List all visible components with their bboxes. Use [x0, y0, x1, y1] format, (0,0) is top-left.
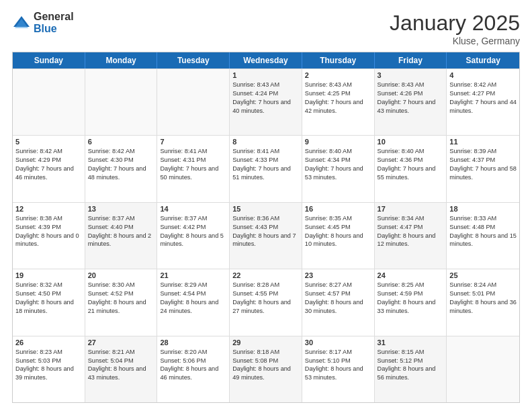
sunset-text: Sunset: 4:34 PM — [305, 156, 371, 165]
daylight-text: Daylight: 8 hours and 0 minutes. — [15, 232, 82, 249]
cal-cell-19: 19Sunrise: 8:32 AMSunset: 4:50 PMDayligh… — [13, 269, 85, 335]
daylight-text: Daylight: 8 hours and 46 minutes. — [160, 365, 226, 382]
sunrise-text: Sunrise: 8:42 AM — [449, 81, 517, 89]
day-number: 15 — [232, 205, 299, 213]
daylight-text: Daylight: 7 hours and 50 minutes. — [160, 165, 226, 182]
daylight-text: Daylight: 7 hours and 46 minutes. — [15, 165, 82, 182]
daylight-text: Daylight: 8 hours and 39 minutes. — [15, 365, 82, 382]
cal-cell-empty — [447, 336, 519, 402]
sunset-text: Sunset: 5:10 PM — [305, 357, 371, 365]
daylight-text: Daylight: 8 hours and 15 minutes. — [449, 232, 517, 249]
calendar-body: 1Sunrise: 8:43 AMSunset: 4:24 PMDaylight… — [13, 68, 519, 402]
sunrise-text: Sunrise: 8:17 AM — [305, 348, 371, 357]
day-number: 16 — [305, 205, 371, 213]
daylight-text: Daylight: 7 hours and 51 minutes. — [232, 165, 299, 182]
day-number: 31 — [378, 338, 444, 347]
cal-cell-22: 22Sunrise: 8:28 AMSunset: 4:55 PMDayligh… — [230, 269, 302, 335]
day-number: 12 — [15, 205, 82, 213]
daylight-text: Daylight: 8 hours and 5 minutes. — [160, 232, 226, 249]
day-number: 19 — [15, 271, 82, 279]
cal-cell-27: 27Sunrise: 8:21 AMSunset: 5:04 PMDayligh… — [85, 336, 158, 402]
daylight-text: Daylight: 8 hours and 56 minutes. — [378, 365, 444, 382]
daylight-text: Daylight: 7 hours and 58 minutes. — [449, 165, 517, 182]
week-row-3: 12Sunrise: 8:38 AMSunset: 4:39 PMDayligh… — [13, 202, 519, 269]
sunrise-text: Sunrise: 8:25 AM — [378, 281, 444, 289]
day-number: 29 — [232, 338, 299, 347]
day-number: 22 — [232, 271, 299, 279]
day-number: 18 — [449, 205, 517, 213]
sunset-text: Sunset: 4:52 PM — [88, 289, 154, 298]
sunrise-text: Sunrise: 8:43 AM — [232, 81, 299, 89]
sunset-text: Sunset: 5:08 PM — [232, 357, 299, 365]
sunrise-text: Sunrise: 8:41 AM — [232, 147, 299, 156]
day-number: 1 — [232, 71, 299, 79]
day-number: 6 — [88, 138, 154, 146]
cal-cell-3: 3Sunrise: 8:43 AMSunset: 4:26 PMDaylight… — [375, 69, 447, 135]
day-number: 11 — [449, 138, 517, 146]
week-row-1: 1Sunrise: 8:43 AMSunset: 4:24 PMDaylight… — [13, 68, 519, 135]
daylight-text: Daylight: 7 hours and 55 minutes. — [378, 165, 444, 182]
sunset-text: Sunset: 5:12 PM — [378, 357, 444, 365]
sunrise-text: Sunrise: 8:41 AM — [160, 147, 226, 156]
daylight-text: Daylight: 8 hours and 36 minutes. — [449, 298, 517, 316]
sunrise-text: Sunrise: 8:40 AM — [305, 147, 371, 156]
logo-general: General — [34, 11, 74, 22]
daylight-text: Daylight: 8 hours and 2 minutes. — [88, 232, 154, 249]
cal-cell-14: 14Sunrise: 8:37 AMSunset: 4:42 PMDayligh… — [157, 203, 230, 269]
sunrise-text: Sunrise: 8:43 AM — [378, 81, 444, 89]
cal-cell-21: 21Sunrise: 8:29 AMSunset: 4:54 PMDayligh… — [157, 269, 230, 335]
cal-cell-7: 7Sunrise: 8:41 AMSunset: 4:31 PMDaylight… — [157, 136, 230, 201]
cal-cell-18: 18Sunrise: 8:33 AMSunset: 4:48 PMDayligh… — [447, 203, 519, 269]
sunset-text: Sunset: 4:37 PM — [449, 156, 517, 165]
header-cell-wednesday: Wednesday — [230, 52, 302, 68]
cal-cell-16: 16Sunrise: 8:35 AMSunset: 4:45 PMDayligh… — [302, 203, 375, 269]
header-cell-sunday: Sunday — [13, 52, 85, 68]
cal-cell-6: 6Sunrise: 8:42 AMSunset: 4:30 PMDaylight… — [85, 136, 158, 201]
sunset-text: Sunset: 4:40 PM — [88, 223, 154, 232]
day-number: 25 — [449, 271, 517, 279]
sunrise-text: Sunrise: 8:38 AM — [15, 214, 82, 223]
sunrise-text: Sunrise: 8:35 AM — [305, 214, 371, 223]
sunset-text: Sunset: 4:50 PM — [15, 289, 82, 298]
sunrise-text: Sunrise: 8:18 AM — [232, 348, 299, 357]
cal-cell-9: 9Sunrise: 8:40 AMSunset: 4:34 PMDaylight… — [302, 136, 375, 201]
day-number: 5 — [15, 138, 82, 146]
calendar-header: SundayMondayTuesdayWednesdayThursdayFrid… — [13, 52, 519, 68]
header-cell-tuesday: Tuesday — [157, 52, 230, 68]
sunrise-text: Sunrise: 8:24 AM — [449, 281, 517, 289]
cal-cell-25: 25Sunrise: 8:24 AMSunset: 5:01 PMDayligh… — [447, 269, 519, 335]
cal-cell-4: 4Sunrise: 8:42 AMSunset: 4:27 PMDaylight… — [447, 69, 519, 135]
sunrise-text: Sunrise: 8:32 AM — [15, 281, 82, 289]
cal-cell-11: 11Sunrise: 8:39 AMSunset: 4:37 PMDayligh… — [447, 136, 519, 201]
daylight-text: Daylight: 7 hours and 40 minutes. — [232, 98, 299, 116]
page: General Blue January 2025 Kluse, Germany… — [0, 0, 532, 411]
header-cell-thursday: Thursday — [302, 52, 375, 68]
cal-cell-empty — [13, 69, 85, 135]
sunrise-text: Sunrise: 8:21 AM — [88, 348, 154, 357]
cal-cell-2: 2Sunrise: 8:43 AMSunset: 4:25 PMDaylight… — [302, 69, 375, 135]
week-row-5: 26Sunrise: 8:23 AMSunset: 5:03 PMDayligh… — [13, 336, 519, 402]
sunrise-text: Sunrise: 8:42 AM — [15, 147, 82, 156]
cal-cell-10: 10Sunrise: 8:40 AMSunset: 4:36 PMDayligh… — [375, 136, 447, 201]
cal-cell-31: 31Sunrise: 8:15 AMSunset: 5:12 PMDayligh… — [375, 336, 447, 402]
day-number: 10 — [378, 138, 444, 146]
sunset-text: Sunset: 4:33 PM — [232, 156, 299, 165]
cal-cell-empty — [157, 69, 230, 135]
day-number: 13 — [88, 205, 154, 213]
sunset-text: Sunset: 5:03 PM — [15, 357, 82, 365]
sunrise-text: Sunrise: 8:29 AM — [160, 281, 226, 289]
day-number: 4 — [449, 71, 517, 79]
cal-cell-13: 13Sunrise: 8:37 AMSunset: 4:40 PMDayligh… — [85, 203, 158, 269]
sunrise-text: Sunrise: 8:42 AM — [88, 147, 154, 156]
cal-cell-23: 23Sunrise: 8:27 AMSunset: 4:57 PMDayligh… — [302, 269, 375, 335]
sunset-text: Sunset: 4:26 PM — [378, 89, 444, 98]
cal-cell-28: 28Sunrise: 8:20 AMSunset: 5:06 PMDayligh… — [157, 336, 230, 402]
daylight-text: Daylight: 8 hours and 24 minutes. — [160, 298, 226, 316]
week-row-4: 19Sunrise: 8:32 AMSunset: 4:50 PMDayligh… — [13, 269, 519, 335]
cal-cell-5: 5Sunrise: 8:42 AMSunset: 4:29 PMDaylight… — [13, 136, 85, 201]
calendar: SundayMondayTuesdayWednesdayThursdayFrid… — [12, 52, 520, 403]
week-row-2: 5Sunrise: 8:42 AMSunset: 4:29 PMDaylight… — [13, 135, 519, 201]
sunrise-text: Sunrise: 8:15 AM — [378, 348, 444, 357]
daylight-text: Daylight: 8 hours and 27 minutes. — [232, 298, 299, 316]
cal-cell-8: 8Sunrise: 8:41 AMSunset: 4:33 PMDaylight… — [230, 136, 302, 201]
